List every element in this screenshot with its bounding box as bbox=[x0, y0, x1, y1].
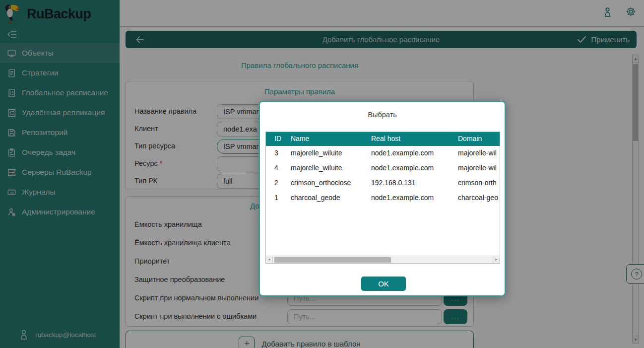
table-body: 3 majorelle_wiluite node1.example.com ma… bbox=[266, 146, 500, 206]
ok-button[interactable]: OK bbox=[361, 277, 406, 291]
scroll-right-arrow[interactable]: ► bbox=[493, 256, 500, 263]
column-header-domain: Domain bbox=[458, 135, 500, 142]
column-header-id: ID bbox=[274, 135, 289, 142]
table-horizontal-scrollbar[interactable]: ◄ ► bbox=[266, 256, 500, 263]
select-host-modal: Выбрать ID Name Real host Domain 3 major… bbox=[259, 101, 506, 296]
modal-title: Выбрать bbox=[260, 111, 505, 119]
column-header-real-host: Real host bbox=[371, 135, 456, 142]
table-header-row: ID Name Real host Domain bbox=[266, 132, 500, 146]
hosts-table: ID Name Real host Domain 3 majorelle_wil… bbox=[265, 132, 500, 264]
table-row[interactable]: 2 crimson_orthoclose 192.168.0.131 crims… bbox=[266, 176, 500, 191]
scroll-left-arrow[interactable]: ◄ bbox=[266, 256, 273, 263]
rubackup-app: RuBackup Объекты Стратегии Глобальное ра… bbox=[0, 0, 644, 348]
table-row[interactable]: 3 majorelle_wiluite node1.example.com ma… bbox=[266, 146, 500, 161]
table-row[interactable]: 4 majorelle_wiluite node1.example.com ma… bbox=[266, 161, 500, 176]
column-header-name: Name bbox=[291, 135, 370, 142]
horizontal-scroll-thumb[interactable] bbox=[274, 257, 391, 263]
table-row[interactable]: 1 charcoal_geode node1.example.com charc… bbox=[266, 191, 500, 206]
